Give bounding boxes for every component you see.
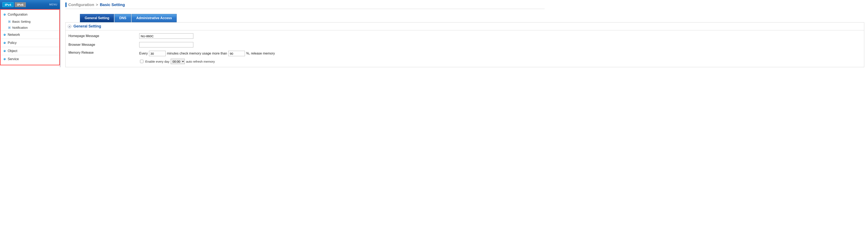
enable-refresh-label-pre: Enable every day xyxy=(145,60,169,63)
nav-item-label: Service xyxy=(8,57,19,61)
breadcrumb-parent[interactable]: Configuration xyxy=(68,2,94,7)
breadcrumb-current: Basic Setting xyxy=(100,2,125,7)
browser-message-input[interactable] xyxy=(139,42,193,47)
nav-item-label: Object xyxy=(8,49,17,53)
nav-subitem-label: Basic Setting xyxy=(12,20,31,23)
panel-title: General Setting xyxy=(73,24,101,29)
nav-item-label: Policy xyxy=(8,41,17,45)
auto-refresh-time-select[interactable]: 00:00 xyxy=(170,59,185,64)
sidebar: IPv4 IPv6 MENU Configuration Basic Setti… xyxy=(0,0,60,67)
square-icon xyxy=(8,27,10,29)
nav-item-label: Network xyxy=(8,33,20,37)
enable-auto-refresh-checkbox[interactable] xyxy=(140,60,144,63)
nav-item-object[interactable]: Object xyxy=(1,47,59,55)
dot-icon xyxy=(3,50,6,52)
memory-interval-input[interactable] xyxy=(149,51,166,56)
tab-administrative-access[interactable]: Administrative Access xyxy=(131,14,177,22)
browser-message-label: Browser Message xyxy=(68,43,139,46)
dot-icon xyxy=(3,42,6,44)
breadcrumb: Configuration > Basic Setting xyxy=(65,2,545,9)
nav-item-label: Configuration xyxy=(8,13,28,16)
mem-text-tail: %, release memory xyxy=(246,52,275,55)
memory-release-label: Memory Release xyxy=(68,51,139,55)
square-icon xyxy=(8,21,10,23)
nav-item-network[interactable]: Network xyxy=(1,31,59,39)
nav-subitem-notification[interactable]: Notification xyxy=(1,25,59,31)
mem-text-every: Every xyxy=(139,52,148,55)
enable-refresh-label-post: auto refresh memory xyxy=(186,60,215,63)
mem-text-mid: minutes check memory usage more than xyxy=(167,52,227,55)
breadcrumb-separator: > xyxy=(96,2,98,7)
tab-row: General Setting DNS Administrative Acces… xyxy=(80,14,864,22)
sidebar-header: IPv4 IPv6 MENU xyxy=(0,0,60,9)
collapse-toggle-icon[interactable]: ▸ xyxy=(68,25,71,28)
nav-item-configuration[interactable]: Configuration xyxy=(1,11,59,19)
nav-item-policy[interactable]: Policy xyxy=(1,39,59,47)
panel-header: ▸ General Setting xyxy=(66,23,864,30)
tab-dns[interactable]: DNS xyxy=(115,14,131,22)
memory-threshold-input[interactable] xyxy=(228,51,245,56)
nav-box: Configuration Basic Setting Notification… xyxy=(0,9,60,65)
dot-icon xyxy=(3,58,6,60)
panel-general-setting: ▸ General Setting Homepage Message Brows… xyxy=(65,22,864,67)
nav-subitem-basic-setting[interactable]: Basic Setting xyxy=(1,19,59,25)
homepage-message-input[interactable] xyxy=(139,33,193,39)
dot-icon xyxy=(3,13,6,15)
ipv6-toggle[interactable]: IPv6 xyxy=(15,2,26,7)
ipv4-toggle[interactable]: IPv4 xyxy=(2,2,13,7)
nav-item-service[interactable]: Service xyxy=(1,55,59,63)
menu-label: MENU xyxy=(49,3,57,6)
homepage-message-label: Homepage Message xyxy=(68,34,139,38)
dot-icon xyxy=(3,34,6,36)
main: Configuration > Basic Setting General Se… xyxy=(60,0,868,67)
nav-subitem-label: Notification xyxy=(12,26,28,29)
tab-general-setting[interactable]: General Setting xyxy=(80,14,114,22)
breadcrumb-bar-icon xyxy=(65,2,67,7)
